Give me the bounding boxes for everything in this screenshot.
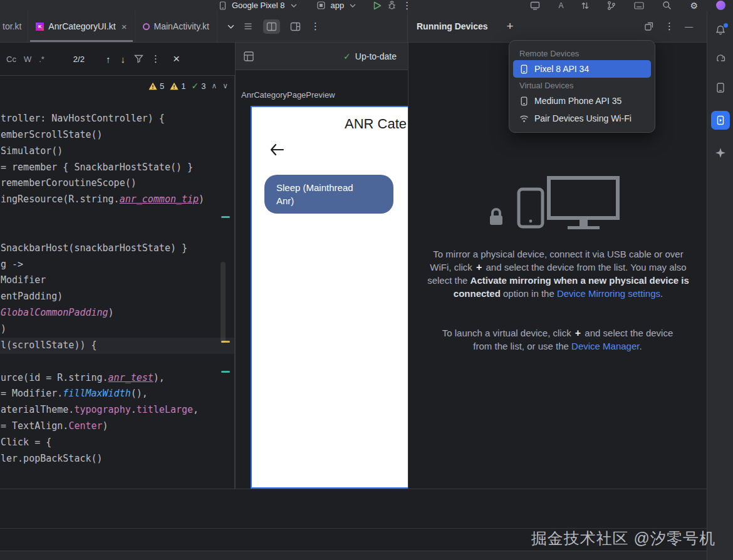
chevron-down-icon[interactable] [291,4,297,8]
notifications-bell-icon[interactable] [715,24,726,36]
search-icon[interactable] [662,1,672,10]
match-case-toggle[interactable]: Cc [3,53,20,65]
code-line: Simulator() [0,143,234,160]
device-manager-link[interactable]: Device Manager [571,341,639,351]
code-line: GlobalCommonPadding) [0,305,234,321]
run-button[interactable] [373,1,382,10]
weak-warning-counter[interactable]: 1 [170,81,185,91]
menu-item-pixel-8[interactable]: Pixel 8 API 34 [513,60,651,78]
debug-button[interactable] [387,1,397,10]
close-tab-icon[interactable]: × [122,21,127,32]
compose-preview-area: ANR Cate Sleep (Mainthread Anr) [235,104,408,489]
sync-arrows-icon[interactable] [581,1,589,10]
device-mirror-icon[interactable] [530,1,540,10]
preview-device-frame: ANR Cate Sleep (Mainthread Anr) [251,106,408,489]
build-status: ✓ Up-to-date [343,51,397,61]
next-match-button[interactable]: ↓ [115,54,130,65]
menu-item-pair-wifi[interactable]: Pair Devices Using Wi-Fi [513,110,651,127]
sleep-anr-button[interactable]: Sleep (Mainthread Anr) [264,175,393,214]
code-line: g -> [0,257,234,273]
gemini-star-icon[interactable] [715,147,726,158]
close-search-icon[interactable]: × [173,52,180,66]
editor-scrollbar[interactable] [221,262,226,343]
tab-mainactivity[interactable]: MainActivity.kt [135,11,217,42]
settings-gear-icon[interactable]: ⚙ [690,1,698,11]
editor-layout-icon[interactable] [290,22,301,31]
next-problem-icon[interactable]: ∨ [222,81,228,90]
preview-screen-title: ANR Cate [345,116,407,132]
code-line: ingResource(R.string.anr_common_tip) [0,192,234,208]
menu-item-medium-phone[interactable]: Medium Phone API 35 [513,92,651,110]
gradle-icon[interactable] [715,53,726,65]
change-marker [221,216,230,218]
passed-counter[interactable]: ✓ 3 [191,81,205,91]
phone-icon [519,96,529,106]
check-icon: ✓ [191,81,199,91]
code-line: ler.popBackStack() [0,451,234,467]
code-line: = TextAlign.Center) [0,418,234,435]
running-devices-icon[interactable] [711,111,730,130]
main-toolbar: Google Pixel 8 app ⋮ [0,0,733,11]
find-bar: Cc W .* 2/2 ↑ ↓ ⋮ × [0,43,235,76]
code-line: emberScrollState() [0,127,234,143]
more-actions-icon[interactable]: ⋮ [402,0,412,11]
status-bar [0,551,707,560]
code-line [0,208,234,224]
run-config-icon [317,1,325,9]
remote-devices-header: Remote Devices [513,46,651,60]
code-line: troller: NavHostController) { [0,111,234,127]
editor-list-icon[interactable] [243,21,253,31]
font-search-icon[interactable]: A [558,1,563,10]
preview-grid-icon[interactable] [243,51,254,62]
hide-panel-icon[interactable]: — [685,22,693,31]
check-icon: ✓ [343,51,351,61]
run-config-selector[interactable]: app [331,1,345,10]
code-line: = remember { SnackbarHostState() } [0,160,234,176]
device-mirroring-settings-link[interactable]: Device Mirroring settings [557,288,660,299]
build-status-text: Up-to-date [355,51,397,61]
code-line: ) [0,321,234,338]
code-line [0,224,234,241]
code-editor[interactable]: troller: NavHostController) {emberScroll… [0,76,235,489]
profile-avatar[interactable] [716,1,725,10]
editor-more-icon[interactable]: ⋮ [311,21,320,32]
previous-match-button[interactable]: ↑ [101,54,116,65]
right-tool-stripe [707,11,733,560]
keyboard-icon[interactable] [634,2,644,9]
code-line [0,354,234,370]
mirror-instructions: To mirror a physical device, connect it … [423,247,694,300]
code-line: rememberCoroutineScope() [0,175,234,192]
panel-more-icon[interactable]: ⋮ [665,21,674,32]
chevron-down-icon[interactable] [350,4,356,8]
device-manager-icon[interactable] [715,82,726,93]
bottom-panel [0,489,707,560]
wifi-icon [519,114,529,123]
vcs-branch-icon[interactable] [607,1,616,11]
notification-dot [724,23,728,28]
warning-icon [148,82,157,90]
virtual-devices-header: Virtual Devices [513,78,651,92]
inspections-widget[interactable]: 5 1 ✓ 3 ∧ ∨ [148,81,228,91]
tab-partial[interactable]: tor.kt [0,11,28,42]
previous-problem-icon[interactable]: ∧ [211,81,217,90]
tab-list-chevron-icon[interactable] [227,24,234,29]
android-studio-window: Google Pixel 8 app ⋮ [0,0,733,560]
device-selector[interactable]: Google Pixel 8 [232,1,285,10]
code-line: SnackbarHost(snackbarHostState) } [0,241,234,257]
code-line: Modifier [0,272,234,289]
warning-counter[interactable]: 5 [148,81,164,91]
back-arrow-icon[interactable] [269,143,284,156]
match-count: 2/2 [73,54,85,64]
regex-toggle[interactable]: .* [35,53,48,65]
filter-icon[interactable] [130,54,147,63]
phone-icon [519,65,529,74]
tab-anrcategoryui[interactable]: K AnrCategoryUI.kt × [28,11,135,42]
whole-words-toggle[interactable]: W [20,53,35,65]
split-editor-icon[interactable] [263,19,280,34]
code-line: entPadding) [0,289,234,305]
preview-label-area: AnrCategoryPagePreview [235,70,408,104]
preview-toolbar: ✓ Up-to-date [235,43,408,70]
float-window-icon[interactable] [644,21,654,31]
add-device-button[interactable]: + [507,19,514,33]
search-more-icon[interactable]: ⋮ [147,53,164,65]
